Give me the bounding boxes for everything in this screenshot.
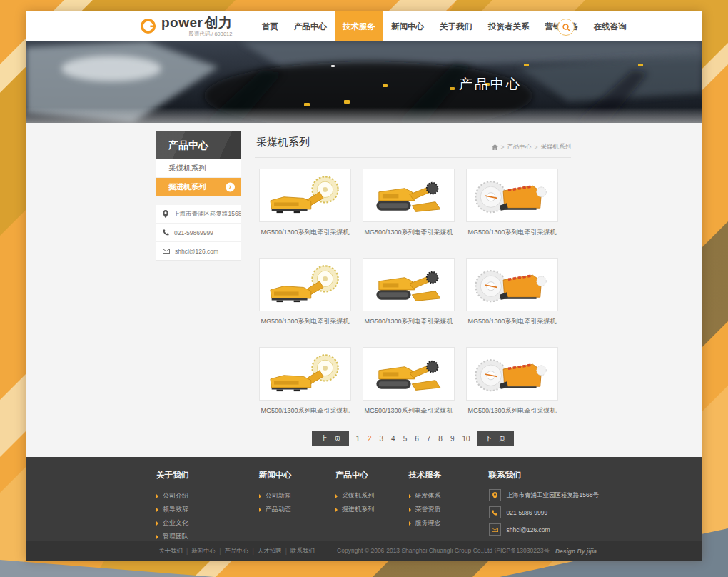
product-card[interactable]: MG500/1300系列电牵引采煤机 [466, 258, 558, 326]
bottom-link-products[interactable]: 产品中心 [224, 547, 248, 556]
prev-page-button[interactable]: 上一页 [312, 431, 350, 446]
product-name[interactable]: MG500/1300系列电牵引采煤机 [363, 317, 455, 326]
site-header: power创力 股票代码 / 603012 首页 产品中心 技术服务 新闻中心 … [26, 11, 702, 41]
page-number-9[interactable]: 9 [449, 435, 456, 443]
product-image-roadheader [363, 258, 455, 311]
product-name[interactable]: MG500/1300系列电牵引采煤机 [259, 317, 351, 326]
footer-phone-row[interactable]: 021-5986-9999 [489, 506, 599, 518]
nav-item-investor[interactable]: 投资者关系 [480, 11, 537, 41]
breadcrumb-products[interactable]: 产品中心 [507, 143, 532, 151]
bottom-link-about[interactable]: 关于我们 [158, 547, 183, 556]
page-number-4[interactable]: 4 [390, 435, 397, 443]
sidebar-email: shhcl@126.com [175, 248, 218, 255]
bullet-icon [335, 494, 338, 498]
sidebar-phone-row[interactable]: 021-59869999 [156, 224, 241, 242]
footer-link-label: 采煤机系列 [342, 489, 374, 503]
bullet-icon [156, 494, 158, 498]
footer-link-label: 荣誉资质 [415, 503, 441, 516]
footer-link-label: 产品动态 [266, 503, 291, 516]
design-credit[interactable]: Design By jijia [555, 548, 597, 555]
page-number-6[interactable]: 6 [413, 435, 420, 443]
footer-link-label: 研发体系 [415, 489, 441, 503]
product-card[interactable]: MG500/1300系列电牵引采煤机 [466, 347, 558, 416]
product-image-shearer [259, 347, 351, 401]
product-image-roadheader [363, 347, 455, 401]
product-image-wheel-machine [466, 258, 558, 311]
sidebar-item-roadheader-series[interactable]: 掘进机系列 › [156, 178, 241, 196]
product-card[interactable]: MG500/1300系列电牵引采煤机 [466, 169, 558, 237]
pagination: 上一页 1 2 3 4 5 6 7 8 9 10 下一页 [255, 431, 571, 446]
footer-email-row[interactable]: shhcl@126.com [489, 523, 599, 536]
main-header: 采煤机系列 > 产品中心 > 采煤机系列 [255, 131, 571, 158]
site-footer: 关于我们 公司介绍 领导致辞 企业文化 管理团队 新闻中心 公司新闻 产品动态 … [26, 457, 702, 541]
sidebar-email-row[interactable]: shhcl@126.com [156, 242, 241, 260]
product-name[interactable]: MG500/1300系列电牵引采煤机 [259, 228, 351, 237]
nav-item-tech-service[interactable]: 技术服务 [335, 11, 383, 41]
footer-link-label: 公司新闻 [266, 489, 291, 503]
page-number-3[interactable]: 3 [378, 435, 385, 443]
brand-logo-text: power创力 股票代码 / 603012 [161, 16, 232, 38]
main-content: 采煤机系列 > 产品中心 > 采煤机系列 [255, 131, 571, 446]
footer-link[interactable]: 公司介绍 [156, 489, 259, 503]
nav-item-products[interactable]: 产品中心 [286, 11, 335, 41]
page-number-1[interactable]: 1 [354, 435, 361, 443]
bullet-icon [409, 521, 411, 526]
footer-link[interactable]: 荣誉资质 [409, 503, 489, 516]
product-name[interactable]: MG500/1300系列电牵引采煤机 [466, 406, 558, 416]
search-button[interactable] [557, 19, 575, 36]
site-page: power创力 股票代码 / 603012 首页 产品中心 技术服务 新闻中心 … [26, 11, 702, 561]
page-number-10[interactable]: 10 [460, 435, 471, 443]
footer-col-title: 技术服务 [409, 470, 489, 481]
footer-link[interactable]: 产品动态 [259, 503, 335, 516]
bullet-icon [335, 508, 338, 512]
sidebar-item-shearer-series[interactable]: 采煤机系列 [156, 159, 241, 178]
footer-col-service: 技术服务 研发体系 荣誉资质 服务理念 [409, 470, 489, 543]
product-name[interactable]: MG500/1300系列电牵引采煤机 [259, 406, 351, 416]
stock-code: 股票代码 / 603012 [161, 31, 232, 38]
nav-item-about[interactable]: 关于我们 [432, 11, 480, 41]
bullet-icon [156, 521, 158, 526]
nav-item-consult[interactable]: 在线咨询 [586, 11, 635, 41]
footer-address-row[interactable]: 上海市青浦工业园区崧复路1568号 [489, 489, 599, 501]
bottom-link-careers[interactable]: 人才招聘 [258, 547, 282, 556]
footer-link[interactable]: 服务理念 [409, 516, 489, 530]
next-page-button[interactable]: 下一页 [477, 431, 515, 446]
footer-link[interactable]: 公司新闻 [259, 489, 335, 503]
product-name[interactable]: MG500/1300系列电牵引采煤机 [363, 228, 455, 237]
product-name[interactable]: MG500/1300系列电牵引采煤机 [466, 317, 558, 326]
hero-mine-photo [26, 41, 702, 123]
bottom-bar: 关于我们 | 新闻中心 | 产品中心 | 人才招聘 | 联系我们 Copyrig… [26, 541, 702, 561]
product-card[interactable]: MG500/1300系列电牵引采煤机 [363, 258, 455, 326]
product-name[interactable]: MG500/1300系列电牵引采煤机 [363, 406, 455, 416]
product-image-shearer [259, 258, 351, 311]
sidebar-address-row[interactable]: 上海市青浦区崧复路1568号 [156, 205, 241, 224]
footer-col-title: 新闻中心 [259, 470, 335, 481]
product-card[interactable]: MG500/1300系列电牵引采煤机 [259, 258, 351, 326]
main-nav: 首页 产品中心 技术服务 新闻中心 关于我们 投资者关系 营销网络 在线咨询 [254, 11, 635, 41]
footer-link[interactable]: 领导致辞 [156, 503, 259, 516]
bottom-link-contact[interactable]: 联系我们 [290, 547, 315, 556]
product-card[interactable]: MG500/1300系列电牵引采煤机 [259, 169, 351, 237]
brand-logo[interactable]: power创力 股票代码 / 603012 [140, 16, 232, 38]
page-number-7[interactable]: 7 [425, 435, 433, 443]
nav-item-news[interactable]: 新闻中心 [383, 11, 432, 41]
link-separator: | [285, 548, 287, 555]
sidebar-menu: 采煤机系列 掘进机系列 › [156, 159, 241, 196]
footer-email: shhcl@126.com [507, 526, 550, 533]
page-number-2-current[interactable]: 2 [366, 435, 373, 443]
bottom-link-news[interactable]: 新闻中心 [191, 547, 216, 556]
page-number-5[interactable]: 5 [402, 435, 409, 443]
product-card[interactable]: MG500/1300系列电牵引采煤机 [363, 347, 455, 416]
footer-link[interactable]: 掘进机系列 [335, 503, 409, 516]
chevron-right-icon: › [226, 182, 235, 191]
home-icon[interactable] [492, 144, 498, 150]
product-card[interactable]: MG500/1300系列电牵引采煤机 [259, 347, 351, 416]
nav-item-home[interactable]: 首页 [254, 11, 286, 41]
page-number-8[interactable]: 8 [437, 435, 444, 443]
footer-link[interactable]: 研发体系 [409, 489, 489, 503]
footer-link[interactable]: 企业文化 [156, 516, 259, 530]
product-card[interactable]: MG500/1300系列电牵引采煤机 [363, 169, 455, 237]
product-name[interactable]: MG500/1300系列电牵引采煤机 [466, 228, 558, 237]
footer-link[interactable]: 采煤机系列 [335, 489, 409, 503]
footer-link-label: 公司介绍 [163, 489, 188, 503]
